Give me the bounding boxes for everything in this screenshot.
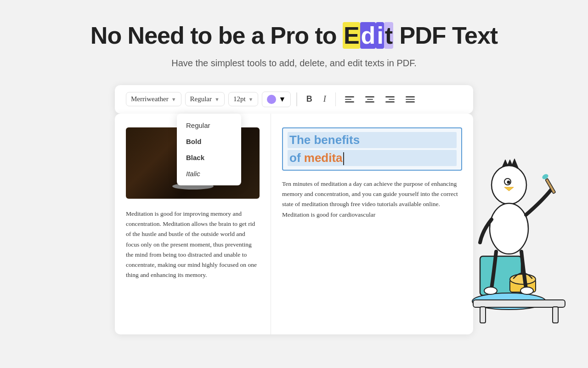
color-swatch [267, 95, 276, 104]
dropdown-item-italic[interactable]: Italic [177, 166, 241, 182]
letter-t: t [384, 22, 393, 49]
title-end: PDF Text [393, 22, 498, 49]
svg-rect-16 [480, 307, 486, 323]
font-style-arrow: ▼ [215, 97, 220, 102]
toolbar-divider-1 [296, 92, 297, 106]
svg-marker-0 [503, 160, 517, 176]
toolbar: Merriweather ▼ Regular ▼ 12pt ▼ ▼ B I [115, 85, 473, 114]
heading-selected-box: The benefits of medita [282, 127, 462, 171]
color-picker-button[interactable]: ▼ [262, 92, 291, 107]
font-style-select[interactable]: Regular ▼ [185, 92, 225, 106]
font-family-label: Merriweather [131, 95, 169, 103]
svg-rect-8 [545, 178, 556, 194]
bold-label: B [306, 94, 312, 104]
svg-rect-17 [553, 307, 558, 323]
svg-rect-15 [473, 300, 565, 307]
page-right: The benefits of medita Ten minutes of me… [271, 114, 473, 334]
font-family-arrow: ▼ [171, 97, 176, 102]
svg-point-3 [492, 166, 526, 204]
svg-point-11 [510, 280, 536, 293]
letter-e: E [343, 22, 360, 49]
font-size-label: 12pt [233, 95, 246, 103]
align-right-button[interactable] [382, 93, 398, 105]
align-center-button[interactable] [362, 93, 378, 105]
svg-rect-12 [510, 279, 536, 292]
font-style-label: Regular [190, 95, 212, 103]
color-arrow: ▼ [278, 95, 286, 104]
header-section: No Need to be a Pro to Edit PDF Text Hav… [0, 22, 588, 69]
heading-line2: of medita [288, 150, 457, 166]
font-size-arrow: ▼ [249, 97, 254, 102]
svg-rect-10 [480, 256, 521, 295]
align-justify-icon [406, 96, 415, 103]
svg-marker-2 [508, 159, 521, 176]
svg-marker-6 [504, 187, 514, 191]
heading-medita: medita [304, 151, 343, 165]
svg-marker-1 [498, 160, 512, 176]
pages-container: Meditation is good for improving memory … [115, 114, 473, 334]
align-center-icon [365, 96, 374, 103]
bold-button[interactable]: B [303, 92, 316, 107]
font-size-select[interactable]: 12pt ▼ [228, 92, 259, 106]
svg-point-13 [510, 274, 536, 284]
svg-point-5 [507, 180, 510, 184]
edit-highlight: Edit [343, 22, 393, 50]
letter-d: d [360, 22, 376, 49]
svg-point-9 [541, 173, 549, 180]
italic-button[interactable]: I [320, 92, 330, 107]
svg-point-4 [504, 178, 511, 185]
dropdown-item-regular[interactable]: Regular [177, 117, 241, 133]
left-page-text: Meditation is good for improving memory … [126, 209, 260, 281]
svg-point-14 [472, 293, 546, 310]
dropdown-item-bold[interactable]: Bold [177, 133, 241, 150]
right-page-text: Ten minutes of meditation a day can achi… [282, 179, 462, 220]
main-title: No Need to be a Pro to Edit PDF Text [0, 22, 588, 50]
heading-of: of [289, 151, 304, 165]
align-left-icon [345, 96, 354, 103]
align-left-button[interactable] [341, 93, 358, 105]
title-start: No Need to be a Pro to [90, 22, 343, 49]
svg-point-18 [484, 287, 497, 294]
align-right-icon [385, 96, 395, 103]
dropdown-item-black[interactable]: Black [177, 150, 241, 166]
align-justify-button[interactable] [402, 93, 418, 105]
font-family-select[interactable]: Merriweather ▼ [126, 92, 181, 106]
text-cursor [343, 152, 344, 165]
subtitle: Have the simplest tools to add, delete, … [0, 58, 588, 69]
toolbar-divider-2 [335, 92, 336, 106]
svg-point-7 [490, 203, 528, 254]
italic-label: I [323, 94, 326, 104]
font-style-dropdown: Regular Bold Black Italic [177, 114, 241, 185]
letter-i: i [376, 22, 384, 49]
svg-point-19 [520, 287, 533, 294]
heading-line1: The benefits [288, 132, 457, 148]
